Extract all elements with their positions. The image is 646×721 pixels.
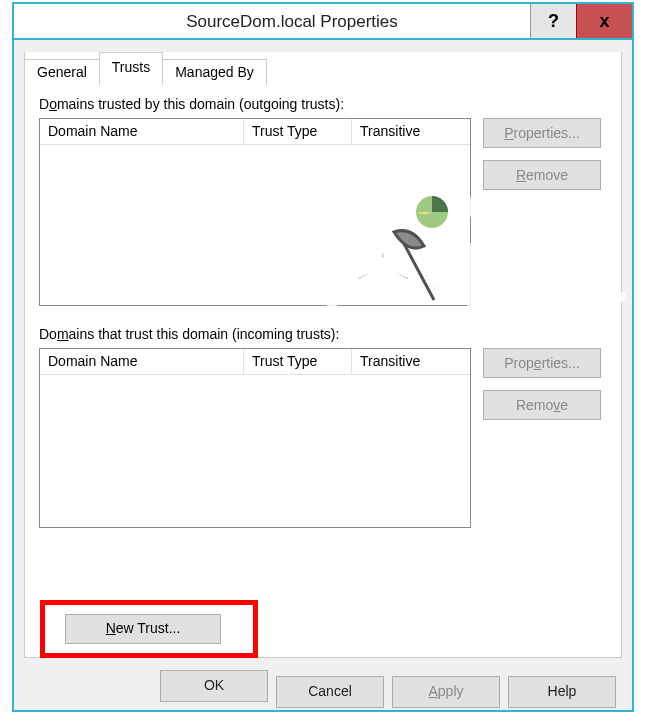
apply-button: Apply xyxy=(392,676,500,708)
outgoing-trusts-label: Domains trusted by this domain (outgoing… xyxy=(39,96,607,112)
ok-button[interactable]: OK xyxy=(160,670,268,702)
outgoing-properties-button: Properties... xyxy=(483,118,601,148)
dialog-button-bar: OK Cancel Apply Help xyxy=(14,662,632,710)
new-trust-button[interactable]: New Trust... xyxy=(65,614,221,644)
tab-general[interactable]: General xyxy=(24,59,100,85)
tab-trusts[interactable]: Trusts xyxy=(99,52,163,85)
incoming-column-headers: Domain Name Trust Type Transitive xyxy=(40,349,470,375)
col-trust-type[interactable]: Trust Type xyxy=(244,349,352,374)
titlebar-help-button[interactable]: ? xyxy=(530,4,576,38)
col-domain-name[interactable]: Domain Name xyxy=(40,349,244,374)
outgoing-remove-button: Remove xyxy=(483,160,601,190)
col-trust-type[interactable]: Trust Type xyxy=(244,119,352,144)
tab-managed-by[interactable]: Managed By xyxy=(162,59,267,85)
incoming-trusts-label: Domains that trust this domain (incoming… xyxy=(39,326,607,342)
col-domain-name[interactable]: Domain Name xyxy=(40,119,244,144)
col-transitive[interactable]: Transitive xyxy=(352,349,470,374)
cancel-button[interactable]: Cancel xyxy=(276,676,384,708)
titlebar-close-button[interactable]: x xyxy=(576,4,632,38)
titlebar: SourceDom.local Properties ? x xyxy=(14,4,632,40)
tab-strip: General Trusts Managed By xyxy=(24,52,266,85)
incoming-properties-button: Properties... xyxy=(483,348,601,378)
incoming-remove-button: Remove xyxy=(483,390,601,420)
help-button[interactable]: Help xyxy=(508,676,616,708)
tab-panel-trusts: Domains trusted by this domain (outgoing… xyxy=(24,52,622,658)
outgoing-column-headers: Domain Name Trust Type Transitive xyxy=(40,119,470,145)
window-title: SourceDom.local Properties xyxy=(14,4,530,38)
properties-window: SourceDom.local Properties ? x General T… xyxy=(12,2,634,712)
outgoing-trusts-list[interactable]: Domain Name Trust Type Transitive xyxy=(39,118,471,306)
col-transitive[interactable]: Transitive xyxy=(352,119,470,144)
incoming-trusts-list[interactable]: Domain Name Trust Type Transitive xyxy=(39,348,471,528)
